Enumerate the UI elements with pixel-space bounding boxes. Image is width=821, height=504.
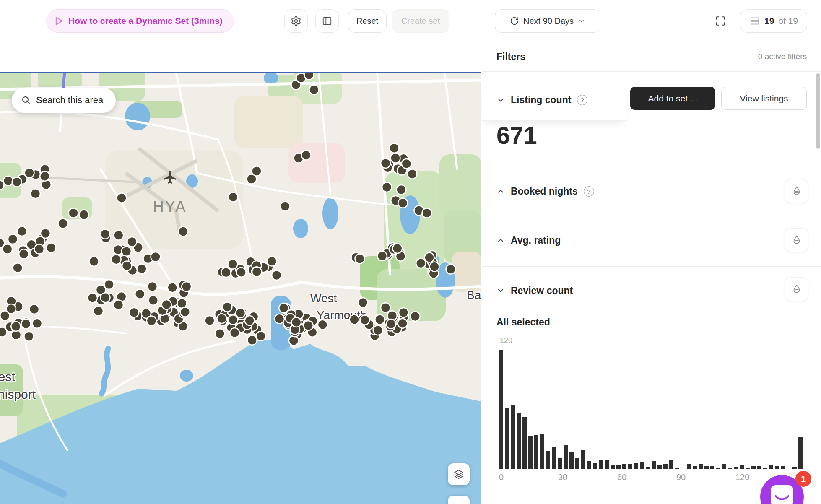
listing-dot[interactable] bbox=[291, 317, 301, 327]
listing-dot[interactable] bbox=[3, 244, 12, 254]
tutorial-link[interactable]: How to create a Dynamic Set (3mins) bbox=[46, 9, 234, 33]
section-listing-count[interactable]: Listing count ? bbox=[482, 80, 627, 121]
listing-dot[interactable] bbox=[410, 312, 420, 321]
listing-dot[interactable] bbox=[112, 255, 121, 264]
listing-dot[interactable] bbox=[358, 298, 368, 307]
listing-dot[interactable] bbox=[391, 153, 400, 163]
listing-dot[interactable] bbox=[377, 251, 387, 261]
listing-dot[interactable] bbox=[386, 319, 396, 329]
listing-dot[interactable] bbox=[318, 320, 327, 330]
toggle-panel-button[interactable] bbox=[315, 9, 339, 33]
listing-dot[interactable] bbox=[114, 231, 123, 240]
listing-dot[interactable] bbox=[398, 198, 408, 208]
listing-dot[interactable] bbox=[245, 316, 255, 325]
listing-dot[interactable] bbox=[416, 258, 426, 268]
listing-dot[interactable] bbox=[422, 208, 432, 218]
booked-nights-distribution-button[interactable] bbox=[785, 179, 808, 203]
listing-dot[interactable] bbox=[41, 229, 50, 238]
listing-dot[interactable] bbox=[24, 332, 34, 341]
listing-dot[interactable] bbox=[104, 280, 114, 289]
date-range-dropdown[interactable]: Next 90 Days bbox=[495, 9, 600, 33]
listing-dot[interactable] bbox=[446, 265, 456, 274]
listing-dot[interactable] bbox=[148, 282, 157, 291]
listing-dot[interactable] bbox=[29, 304, 39, 314]
listing-dot[interactable] bbox=[236, 268, 246, 277]
listing-dot[interactable] bbox=[301, 151, 311, 160]
listing-dot[interactable] bbox=[217, 314, 227, 323]
fullscreen-button[interactable] bbox=[709, 9, 732, 33]
listing-dot[interactable] bbox=[229, 192, 238, 202]
listing-dot[interactable] bbox=[32, 319, 42, 328]
review-count-histogram[interactable] bbox=[499, 350, 807, 469]
listing-dot[interactable] bbox=[168, 283, 177, 292]
listing-dot[interactable] bbox=[12, 177, 22, 187]
listing-dot[interactable] bbox=[381, 158, 390, 168]
listing-dot[interactable] bbox=[89, 257, 99, 266]
listing-dot[interactable] bbox=[304, 321, 313, 330]
add-to-set-button[interactable]: Add to set ... bbox=[630, 87, 715, 110]
listing-dot[interactable] bbox=[122, 247, 131, 256]
listing-dot[interactable] bbox=[256, 331, 266, 341]
listing-dot[interactable] bbox=[3, 176, 13, 186]
search-this-area-button[interactable]: Search this area bbox=[12, 88, 116, 113]
listing-dot[interactable] bbox=[425, 253, 434, 262]
section-review-count[interactable]: Review count bbox=[482, 272, 821, 309]
listing-dot[interactable] bbox=[100, 229, 110, 239]
listing-dot[interactable] bbox=[114, 300, 123, 310]
listing-dot[interactable] bbox=[13, 263, 23, 273]
listing-dot[interactable] bbox=[101, 293, 110, 302]
listing-dot[interactable] bbox=[398, 319, 408, 328]
listing-dot[interactable] bbox=[390, 143, 399, 153]
listing-dot[interactable] bbox=[267, 256, 277, 266]
listing-dot[interactable] bbox=[94, 306, 103, 316]
listing-dot[interactable] bbox=[375, 315, 385, 325]
listing-dot[interactable] bbox=[79, 210, 89, 220]
listing-dot[interactable] bbox=[34, 244, 44, 254]
listing-dot[interactable] bbox=[40, 171, 49, 181]
listing-dot[interactable] bbox=[360, 315, 370, 325]
listing-dot[interactable] bbox=[252, 267, 262, 277]
panel-scrollbar[interactable] bbox=[816, 73, 820, 149]
listing-dot[interactable] bbox=[252, 166, 262, 176]
listing-dot[interactable] bbox=[215, 329, 225, 338]
listing-dot[interactable] bbox=[205, 316, 214, 325]
listing-dot[interactable] bbox=[31, 189, 40, 198]
map-secondary-button[interactable] bbox=[448, 496, 470, 504]
listing-dot[interactable] bbox=[223, 302, 232, 312]
listing-dot[interactable] bbox=[117, 193, 127, 203]
listing-dot[interactable] bbox=[373, 325, 383, 335]
listing-dot[interactable] bbox=[6, 304, 16, 314]
listing-dot[interactable] bbox=[148, 296, 158, 305]
listing-dot[interactable] bbox=[58, 219, 68, 229]
avg-rating-distribution-button[interactable] bbox=[785, 228, 808, 252]
map-canvas[interactable]: HYA West Yarmouth Bass West Hyannisport … bbox=[0, 72, 481, 504]
listing-dot[interactable] bbox=[129, 308, 139, 317]
help-icon[interactable]: ? bbox=[584, 186, 594, 197]
visible-count-toggle[interactable]: 19 of 19 bbox=[740, 9, 807, 33]
listing-dot[interactable] bbox=[162, 300, 171, 309]
section-booked-nights[interactable]: Booked nights ? bbox=[482, 173, 821, 210]
listing-dot[interactable] bbox=[402, 159, 411, 169]
listing-dot[interactable] bbox=[399, 308, 408, 317]
reset-button[interactable]: Reset bbox=[348, 9, 387, 33]
listing-dot[interactable] bbox=[221, 268, 231, 277]
listing-dot[interactable] bbox=[180, 307, 190, 317]
view-listings-button[interactable]: View listings bbox=[721, 87, 807, 110]
listing-dot[interactable] bbox=[46, 243, 56, 253]
listing-dot[interactable] bbox=[137, 264, 147, 273]
listing-dot[interactable] bbox=[69, 208, 78, 218]
listing-dot[interactable] bbox=[127, 237, 137, 247]
listing-dot[interactable] bbox=[17, 226, 27, 236]
listing-dot[interactable] bbox=[19, 249, 29, 259]
listing-dot[interactable] bbox=[228, 260, 238, 269]
listing-dot[interactable] bbox=[11, 322, 21, 331]
create-set-button[interactable]: Create set bbox=[392, 9, 449, 33]
listing-dot[interactable] bbox=[236, 308, 245, 318]
listing-dot[interactable] bbox=[0, 327, 7, 337]
map-layers-button[interactable] bbox=[448, 463, 470, 485]
listing-dot[interactable] bbox=[25, 168, 34, 178]
listing-dot[interactable] bbox=[179, 227, 188, 236]
listing-dot[interactable] bbox=[397, 185, 406, 195]
listing-dot[interactable] bbox=[21, 319, 31, 329]
listing-dot[interactable] bbox=[309, 85, 319, 95]
